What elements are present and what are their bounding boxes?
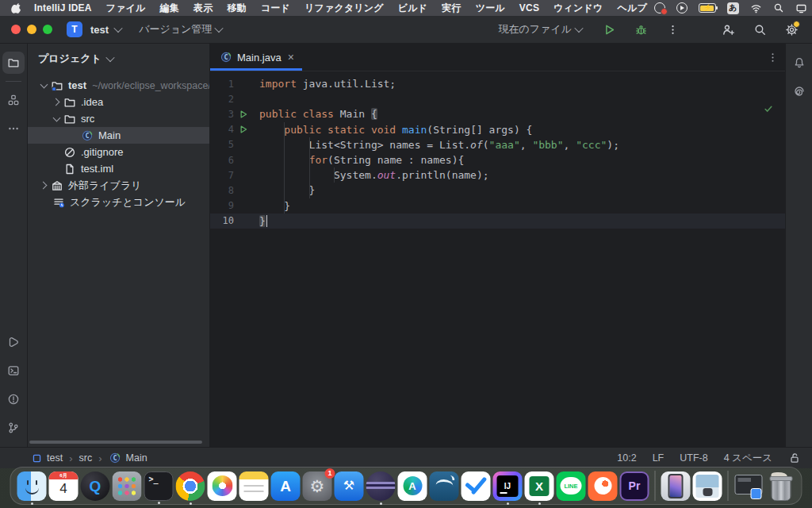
run-configuration-selector[interactable]: 現在のファイル bbox=[493, 22, 587, 37]
tool-strip-problems[interactable] bbox=[2, 388, 25, 410]
settings-notification-dot bbox=[793, 21, 800, 28]
more-actions-kebab-icon[interactable] bbox=[663, 20, 682, 39]
tool-strip-structure[interactable] bbox=[2, 89, 25, 111]
chevron-down-icon[interactable] bbox=[50, 117, 63, 121]
dock-quicktime[interactable]: Q bbox=[81, 471, 110, 501]
menu-item-2[interactable]: 編集 bbox=[153, 2, 186, 15]
breadcrumb-src[interactable]: src bbox=[79, 452, 93, 464]
search-everywhere-icon[interactable] bbox=[750, 20, 769, 39]
tool-strip-ai-assistant[interactable] bbox=[788, 80, 810, 102]
dock-postman[interactable] bbox=[588, 471, 618, 501]
breadcrumb-Main[interactable]: Main bbox=[126, 452, 147, 464]
tool-strip-git-branch[interactable] bbox=[2, 417, 25, 439]
close-tab-icon[interactable]: × bbox=[288, 52, 294, 63]
input-source-icon[interactable]: あ bbox=[727, 2, 739, 14]
code-with-me-add-user-icon[interactable] bbox=[718, 20, 737, 39]
dock-iphone-mirroring[interactable] bbox=[661, 471, 691, 501]
run-button[interactable] bbox=[599, 20, 619, 39]
tool-strip-project-folder[interactable] bbox=[2, 52, 25, 74]
tool-strip-more-tools[interactable] bbox=[2, 117, 25, 140]
status-widget-3[interactable]: 4 スペース bbox=[724, 452, 772, 465]
dock-finder[interactable] bbox=[17, 471, 47, 501]
zoom-window-button[interactable] bbox=[43, 25, 52, 34]
dock-chrome[interactable] bbox=[176, 471, 205, 501]
dock-app-store[interactable]: A bbox=[271, 471, 301, 501]
dock-notes[interactable] bbox=[239, 471, 269, 501]
run-line-icon[interactable] bbox=[234, 110, 253, 119]
minimize-window-button[interactable] bbox=[27, 25, 36, 34]
project-panel-header[interactable]: プロジェクト bbox=[28, 44, 209, 72]
dock-vscode[interactable] bbox=[462, 471, 491, 501]
dock-android-studio[interactable]: A bbox=[398, 471, 427, 501]
play-circle-icon[interactable] bbox=[676, 2, 688, 13]
lock-open-icon[interactable] bbox=[788, 452, 801, 464]
horizontal-scrollbar[interactable] bbox=[29, 441, 202, 444]
tool-strip-terminal[interactable] bbox=[2, 360, 25, 382]
status-widget-0[interactable]: 10:2 bbox=[617, 452, 636, 464]
tree-item-.idea[interactable]: .idea bbox=[28, 94, 209, 110]
menu-item-1[interactable]: ファイル bbox=[99, 2, 153, 15]
menu-item-8[interactable]: 実行 bbox=[435, 2, 468, 15]
dock-xcode[interactable]: ⚒ bbox=[335, 471, 364, 501]
dock-calendar[interactable]: 6月4 bbox=[49, 471, 79, 501]
dock-screenshot-file[interactable] bbox=[734, 471, 764, 501]
code-editor[interactable]: 1import java.util.List;23public class Ma… bbox=[210, 71, 785, 447]
apple-icon[interactable] bbox=[11, 2, 22, 13]
tree-item-.gitignore[interactable]: .gitignore bbox=[28, 144, 209, 160]
spotlight-icon[interactable] bbox=[773, 2, 784, 13]
dock-launchpad[interactable] bbox=[113, 471, 142, 501]
chevron-down-icon[interactable] bbox=[37, 83, 50, 87]
tree-item-src[interactable]: src bbox=[28, 110, 209, 127]
project-selector[interactable]: test bbox=[90, 24, 109, 36]
menu-item-4[interactable]: 移動 bbox=[220, 2, 253, 15]
menu-item-7[interactable]: ビルド bbox=[391, 2, 435, 15]
tree-item-Main[interactable]: CMain bbox=[28, 127, 209, 144]
display-icon[interactable] bbox=[795, 2, 807, 14]
status-widget-1[interactable]: LF bbox=[653, 452, 665, 464]
screen-record-icon[interactable] bbox=[654, 2, 665, 13]
menu-item-10[interactable]: VCS bbox=[512, 2, 546, 13]
dock-terminal[interactable]: >_ bbox=[144, 471, 174, 501]
dock-premiere-pro[interactable]: Pr bbox=[620, 471, 649, 501]
breadcrumb-test[interactable]: test bbox=[47, 452, 63, 464]
dock-excel[interactable]: X bbox=[525, 471, 554, 501]
chevron-right-icon[interactable] bbox=[37, 183, 50, 188]
dock-eclipse[interactable] bbox=[366, 471, 396, 501]
class-icon: C bbox=[80, 129, 94, 142]
tree-item-test.iml[interactable]: test.iml bbox=[28, 160, 209, 177]
menu-item-6[interactable]: リファクタリング bbox=[297, 2, 391, 15]
close-window-button[interactable] bbox=[11, 25, 21, 34]
dock-preview-file[interactable] bbox=[693, 471, 722, 501]
dock-trash[interactable] bbox=[766, 471, 795, 501]
dock-intellij-idea[interactable]: IJ bbox=[493, 471, 523, 501]
file-icon bbox=[63, 163, 77, 175]
dock-system-settings[interactable]: ⚙1 bbox=[303, 471, 332, 501]
wifi-icon[interactable] bbox=[750, 2, 762, 14]
tool-strip-run[interactable] bbox=[2, 331, 25, 353]
line-number: 9 bbox=[210, 200, 234, 211]
tab-options-kebab-icon[interactable] bbox=[767, 52, 779, 64]
dock-photos[interactable] bbox=[208, 471, 237, 501]
tree-item--[interactable]: スクラッチとコンソール bbox=[28, 194, 209, 210]
tree-item-test[interactable]: test~/work/eclipse_workspace/test bbox=[28, 77, 209, 94]
battery-icon[interactable]: ⚡ bbox=[699, 3, 716, 13]
run-line-icon[interactable] bbox=[234, 125, 253, 134]
menu-item-12[interactable]: ヘルプ bbox=[611, 2, 654, 15]
tab-main-java[interactable]: C Main.java × bbox=[210, 44, 302, 71]
dock-mysql-workbench[interactable] bbox=[430, 471, 459, 501]
dock-line[interactable]: LINE bbox=[557, 471, 586, 501]
project-avatar[interactable]: T bbox=[67, 21, 82, 37]
debug-button[interactable] bbox=[631, 20, 650, 39]
menu-item-appname[interactable]: IntelliJ IDEA bbox=[27, 2, 99, 13]
vcs-widget[interactable]: バージョン管理 bbox=[134, 22, 227, 37]
chevron-right-icon[interactable] bbox=[50, 99, 63, 105]
menu-item-11[interactable]: ウィンドウ bbox=[546, 2, 610, 15]
tool-strip-notifications-bell[interactable] bbox=[788, 52, 810, 74]
settings-gear-icon[interactable] bbox=[782, 20, 801, 39]
menu-item-3[interactable]: 表示 bbox=[186, 2, 220, 15]
menu-item-5[interactable]: コード bbox=[254, 2, 297, 15]
java-class-icon: C bbox=[220, 51, 232, 64]
menu-item-9[interactable]: ツール bbox=[469, 2, 512, 15]
tree-item--[interactable]: 外部ライブラリ bbox=[28, 177, 209, 194]
status-widget-2[interactable]: UTF-8 bbox=[680, 452, 707, 464]
